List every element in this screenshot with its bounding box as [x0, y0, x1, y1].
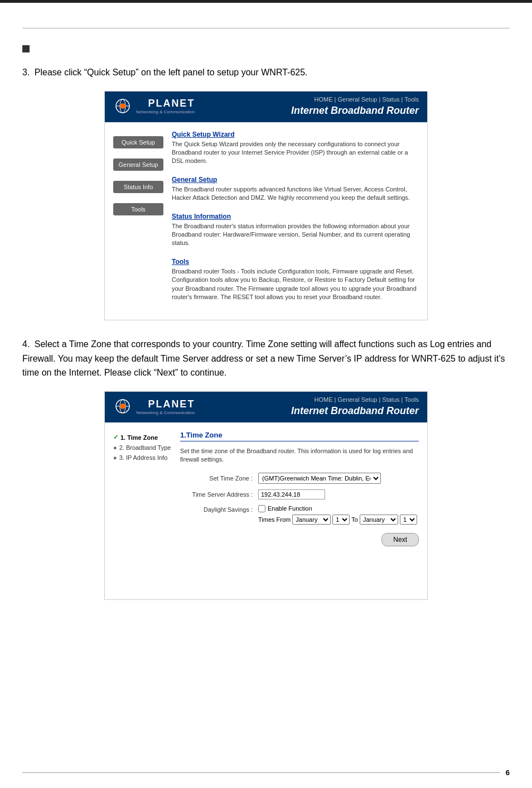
spacer [180, 546, 419, 591]
svg-point-3 [120, 103, 125, 109]
step4-text: 4. Select a Time Zone that corresponds t… [22, 337, 510, 380]
router-body-1: Quick Setup General Setup Status Info To… [105, 122, 427, 320]
daylight-to-day-select[interactable]: 1 2 [400, 515, 417, 525]
logo-sub-2: Networking & Communication [136, 410, 195, 415]
step4-instruction: Select a Time Zone that corresponds to y… [22, 339, 505, 377]
check-icon: ✓ [113, 434, 118, 441]
step3-text: 3. Please click “Quick Setup” on the lef… [22, 65, 510, 80]
planet-logo-icon-1 [113, 97, 133, 116]
router-content-2: 1.Time Zone Set the time zone of the Bro… [180, 431, 419, 591]
router-menu-content: Quick Setup Wizard The Quick Setup Wizar… [172, 131, 419, 312]
top-line [22, 28, 510, 28]
general-setup-desc: The Broadband router supports advanced f… [172, 185, 419, 203]
daylight-control: Enable Function Times From January Febru… [258, 505, 419, 525]
step3-number: 3. [22, 68, 30, 77]
times-from-label: Times From [258, 516, 291, 523]
timezone-select[interactable]: (GMT)Greenwich Mean Time: Dublin, Edinbu… [258, 473, 381, 484]
sidebar-btn-tools[interactable]: Tools [113, 203, 163, 215]
timeserver-input[interactable] [258, 489, 325, 499]
next-button[interactable]: Next [381, 533, 419, 546]
section-title-timezone: 1.Time Zone [180, 431, 419, 441]
logo-text-2: PLANET [136, 398, 195, 410]
nav-links-1: HOME | General Setup | Status | Tools [291, 96, 419, 103]
sidebar-nav-timezone-label: 1. Time Zone [120, 434, 158, 441]
sidebar-btn-general-setup[interactable]: General Setup [113, 158, 163, 171]
planet-logo-icon-2 [113, 397, 133, 416]
sidebar-nav-broadband-type: ● 2. Broadband Type [113, 444, 175, 451]
sidebar-btn-quick-setup[interactable]: Quick Setup [113, 136, 163, 148]
form-row-timezone: Set Time Zone : (GMT)Greenwich Mean Time… [180, 473, 419, 484]
timeserver-control [258, 489, 419, 499]
form-row-timeserver: Time Server Address : [180, 489, 419, 499]
step4-number: 4. [22, 339, 30, 349]
daylight-enable-checkbox[interactable] [258, 505, 265, 512]
logo-sub-1: Networking & Communication [136, 109, 195, 114]
nav-links-2: HOME | General Setup | Status | Tools [291, 396, 419, 403]
general-setup-title: General Setup [172, 176, 419, 184]
menu-item-quick-setup: Quick Setup Wizard The Quick Setup Wizar… [172, 131, 419, 166]
sidebar-nav-timezone: ✓ 1. Time Zone [113, 434, 175, 441]
bullet-icon-1: ● [113, 444, 117, 451]
router-sidebar-1: Quick Setup General Setup Status Info To… [113, 131, 163, 312]
section-desc-timezone: Set the time zone of the Broadband route… [180, 447, 419, 464]
daylight-from-day-select[interactable]: 1 2 [332, 515, 350, 525]
daylight-selects: Times From January February March 1 2 To [258, 515, 419, 525]
svg-point-7 [120, 403, 125, 409]
section-marker [22, 45, 30, 52]
router-title-2: Internet Broadband Router [291, 405, 419, 417]
router-interface-1: PLANET Networking & Communication HOME |… [104, 91, 428, 321]
next-btn-row: Next [180, 533, 419, 546]
router-header-2: PLANET Networking & Communication HOME |… [105, 392, 427, 422]
to-label: To [351, 516, 358, 523]
footer-line [22, 772, 500, 773]
planet-logo-1: PLANET Networking & Communication [113, 97, 195, 116]
page-content: 3. Please click “Quick Setup” on the lef… [22, 28, 510, 600]
quick-setup-title: Quick Setup Wizard [172, 131, 419, 138]
logo-text-1: PLANET [136, 98, 195, 109]
timezone-label: Set Time Zone : [180, 475, 258, 482]
tools-title: Tools [172, 258, 419, 266]
router-header-1: PLANET Networking & Communication HOME |… [105, 92, 427, 122]
timezone-control: (GMT)Greenwich Mean Time: Dublin, Edinbu… [258, 473, 419, 484]
router-interface-2: PLANET Networking & Communication HOME |… [104, 391, 428, 600]
sidebar-nav-broadband-label: 2. Broadband Type [119, 444, 171, 451]
form-row-daylight: Daylight Savings : Enable Function Times… [180, 505, 419, 525]
menu-item-general-setup: General Setup The Broadband router suppo… [172, 176, 419, 203]
sidebar-btn-status-info[interactable]: Status Info [113, 181, 163, 193]
status-info-desc: The Broadband router's status informatio… [172, 222, 419, 248]
router-title-1: Internet Broadband Router [291, 105, 419, 117]
page-footer: 6 [0, 768, 532, 777]
daylight-from-month-select[interactable]: January February March [292, 515, 331, 525]
daylight-label: Daylight Savings : [180, 505, 258, 513]
planet-logo-2: PLANET Networking & Communication [113, 397, 195, 416]
enable-function-label: Enable Function [268, 505, 312, 512]
top-border [0, 0, 532, 3]
step3-instruction: Please click “Quick Setup” on the left p… [35, 68, 308, 77]
menu-item-status-info: Status Information The Broadband router'… [172, 213, 419, 248]
menu-item-tools: Tools Broadband router Tools - Tools inc… [172, 258, 419, 302]
router-sidebar-2: ✓ 1. Time Zone ● 2. Broadband Type ● 3. … [113, 431, 175, 591]
quick-setup-desc: The Quick Setup Wizard provides only the… [172, 140, 419, 166]
tools-desc: Broadband router Tools - Tools include C… [172, 267, 419, 302]
router-body-2: ✓ 1. Time Zone ● 2. Broadband Type ● 3. … [105, 422, 427, 599]
sidebar-nav-ip-address: ● 3. IP Address Info [113, 454, 175, 461]
page-number: 6 [506, 768, 510, 777]
sidebar-nav-ip-label: 3. IP Address Info [119, 454, 168, 461]
status-info-title: Status Information [172, 213, 419, 220]
bullet-icon-2: ● [113, 454, 117, 461]
timeserver-label: Time Server Address : [180, 491, 258, 498]
daylight-to-month-select[interactable]: January February [360, 515, 398, 525]
enable-function-row: Enable Function [258, 505, 419, 512]
